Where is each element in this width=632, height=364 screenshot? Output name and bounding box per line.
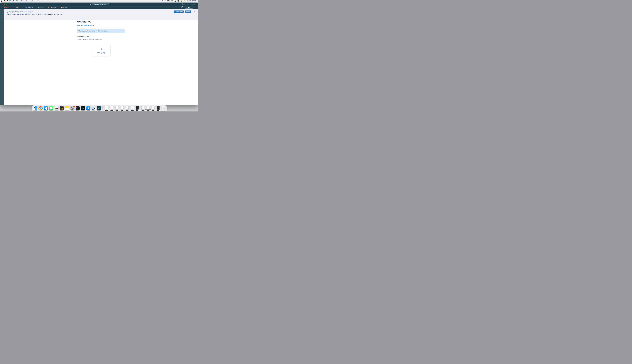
dock-icon-activity-monitor[interactable]: ∿: [81, 106, 85, 110]
nav-tabs: DatabaseAboutCommit LogReleasesPull Requ…: [0, 6, 70, 9]
divider: [77, 28, 126, 28]
dock-icon-screenshot[interactable]: [54, 106, 58, 110]
dolt-documentation-link[interactable]: View Dolt documentation: [77, 25, 94, 26]
dock-item-terminal: >_: [76, 106, 80, 110]
dock-item-calculator: [60, 106, 64, 110]
logo-suffix: WORKBENCH: [186, 3, 196, 5]
hamburger-menu-button[interactable]: [2, 12, 3, 14]
menu-date[interactable]: Mon Mar 10: [184, 0, 191, 2]
database-selector-dropdown[interactable]: local-dolt / local-dolt: [92, 3, 109, 5]
dock-item-dolt: d: [97, 106, 101, 110]
dock-icon-messages[interactable]: [49, 106, 53, 110]
tab-pull-requests[interactable]: Pull Requests: [46, 6, 58, 9]
running-indicator-dot: [99, 111, 99, 111]
traffic-lights: [2, 2, 7, 6]
database-icon: [90, 3, 91, 5]
dock-minimized-window-doc[interactable]: [152, 106, 154, 111]
subtitle-rest: to run the query: [24, 11, 33, 12]
sql-query-text[interactable]: CREATE TABLE tablename (pk INT, col1 VAR…: [7, 14, 62, 15]
dock-minimized-window-doc[interactable]: [131, 106, 134, 111]
minimize-button[interactable]: [4, 4, 5, 4]
spotlight-icon[interactable]: [174, 0, 176, 2]
main-content: Get Started View Dolt documentation This…: [4, 20, 198, 105]
battery-charging-icon[interactable]: [167, 0, 170, 2]
add-button[interactable]: + Add: [185, 6, 193, 8]
dock-minimized-window-doc[interactable]: doltgres…: [147, 106, 149, 111]
trash-icon[interactable]: [162, 106, 165, 110]
dock: 1>_∿Ad doltgres…: [32, 106, 167, 111]
refresh-icon[interactable]: [181, 6, 183, 8]
dock-icon-terminal[interactable]: >_: [76, 106, 80, 110]
dock-minimized-window-doc[interactable]: [121, 106, 123, 111]
dock-icon-vscode[interactable]: [44, 106, 48, 110]
tab-releases[interactable]: Releases: [35, 6, 46, 9]
siri-icon[interactable]: [181, 0, 182, 2]
bluetooth-icon[interactable]: ᛒ: [165, 0, 166, 2]
tab-remotes[interactable]: Remotes: [58, 6, 70, 9]
wifi-icon[interactable]: [171, 0, 173, 2]
logo-wordmark: d0lt: [182, 3, 186, 5]
dock-minimized-window-doc[interactable]: [116, 106, 118, 111]
tab-label: About: [16, 6, 19, 8]
tab-commit-log[interactable]: Commit Log: [23, 6, 35, 9]
query-panel-title: Query: [7, 10, 12, 12]
close-button[interactable]: [2, 4, 3, 4]
tab-label: Commit Log: [26, 6, 33, 8]
dock-minimized-window-doc[interactable]: [142, 106, 144, 111]
menu-item-edit[interactable]: Edit: [16, 0, 18, 2]
dock-minimized-window-doc[interactable]: [105, 106, 108, 111]
dock-minimized-window-doc[interactable]: [126, 106, 128, 111]
vscode-badge-icon: [138, 109, 140, 110]
sql-editor-link[interactable]: open the sql editor: [12, 11, 23, 12]
query-panel-subtitle: open the sql editor to run the query: [12, 11, 33, 12]
dock-item-vscode: [44, 106, 48, 110]
dock-icon-calculator[interactable]: [60, 106, 64, 110]
plus-icon: +: [186, 7, 187, 8]
dock-icon-chrome[interactable]: [38, 106, 42, 110]
copy-button[interactable]: Copy: [185, 10, 191, 13]
dock-item-chrome: [38, 106, 42, 110]
app-window: local-dolt / local-dolt d0lt WORKBENCH D…: [0, 2, 198, 105]
tab-about[interactable]: About: [12, 6, 23, 9]
running-indicator-dot: [94, 111, 94, 111]
dock-minimized-window-doc[interactable]: [110, 106, 113, 111]
menu-items: EditViewToolsWindowHelp: [16, 0, 41, 2]
dock-icon-preview[interactable]: [92, 106, 96, 110]
sql-query-card[interactable]: SQL Query: [92, 45, 110, 56]
chevron-down-icon: [107, 4, 108, 4]
running-indicator-dot: [88, 111, 88, 111]
sidebar: [0, 9, 4, 105]
add-button-label: Add: [188, 6, 190, 8]
query-panel: Query open the sql editor to run the que…: [4, 9, 198, 20]
apple-menu-icon[interactable]: [1, 0, 2, 2]
menu-item-help[interactable]: Help: [38, 0, 41, 2]
minimized-window-label: doltgres…: [145, 109, 150, 110]
tab-database[interactable]: Database: [0, 6, 12, 9]
tab-label: Pull Requests: [48, 6, 56, 8]
terminal-icon: [100, 47, 103, 50]
create-view-button[interactable]: Create View: [174, 10, 184, 13]
tab-label: Releases: [38, 6, 44, 8]
dock-icon-finder[interactable]: [33, 106, 37, 110]
title-bar[interactable]: local-dolt / local-dolt d0lt WORKBENCH: [0, 2, 198, 6]
dock-icon-notes[interactable]: [65, 106, 69, 110]
dock-icon-dolt[interactable]: d: [97, 106, 101, 110]
dock-item-settings: 1: [70, 106, 74, 110]
dock-icon-app-store[interactable]: A: [86, 106, 90, 110]
collapse-chevron-up-icon[interactable]: [193, 11, 195, 12]
zoom-button[interactable]: [6, 4, 7, 4]
dock-icon-settings[interactable]: 1: [70, 106, 74, 110]
dock-item-messages: [49, 106, 53, 110]
dock-minimized-window-code[interactable]: [157, 106, 160, 111]
menu-time[interactable]: 2:57 PM: [192, 0, 197, 2]
empty-database-info-box: This database is currently empty. Get st…: [77, 29, 126, 33]
running-indicator-dot: [78, 111, 78, 111]
menu-item-window[interactable]: Window: [31, 0, 36, 2]
dock-minimized-window-code[interactable]: [136, 106, 139, 111]
dock-item-screenshot: [54, 106, 58, 110]
menu-app-name[interactable]: DoltWorkbench: [4, 0, 14, 2]
v-app-icon[interactable]: V: [162, 0, 163, 2]
control-center-icon[interactable]: [178, 0, 179, 2]
menu-item-tools[interactable]: Tools: [26, 0, 29, 2]
menu-item-view[interactable]: View: [21, 0, 24, 2]
